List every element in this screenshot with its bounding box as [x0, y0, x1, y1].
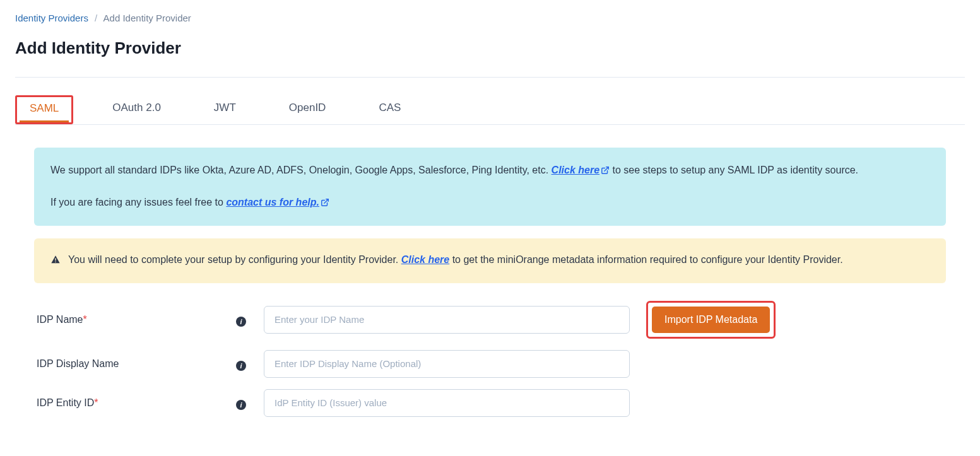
tab-openid[interactable]: OpenID [275, 95, 340, 124]
warning-link-click-here[interactable]: Click here [401, 254, 449, 265]
idp-entity-id-label: IDP Entity ID* [34, 397, 236, 409]
idp-name-label: IDP Name* [34, 314, 236, 325]
content-area: We support all standard IDPs like Okta, … [15, 125, 965, 417]
tab-saml-highlight: SAML [15, 95, 73, 124]
breadcrumb-separator: / [95, 13, 97, 23]
info-icon[interactable]: i [236, 361, 246, 371]
info-icon[interactable]: i [236, 400, 246, 410]
required-indicator: * [83, 314, 87, 325]
breadcrumb: Identity Providers / Add Identity Provid… [15, 13, 965, 23]
page-title: Add Identity Provider [15, 38, 965, 58]
info-link-click-here[interactable]: Click here [552, 165, 610, 175]
required-indicator: * [94, 397, 98, 408]
action-col: Import IDP Metadata [646, 301, 776, 339]
info-text-1-post: to see steps to setup any SAML IDP as id… [610, 165, 858, 175]
idp-display-name-label: IDP Display Name [34, 358, 236, 370]
info-icon[interactable]: i [236, 317, 246, 327]
breadcrumb-current: Add Identity Provider [103, 13, 191, 23]
idp-display-name-input[interactable] [264, 350, 630, 378]
external-link-icon [321, 195, 329, 212]
warning-text-post: to get the miniOrange metadata informati… [449, 254, 842, 265]
info-link-contact-us[interactable]: contact us for help. [226, 197, 329, 208]
warning-icon [50, 251, 61, 270]
external-link-icon [601, 163, 610, 180]
form-row-idp-display-name: IDP Display Name i [34, 350, 946, 378]
import-btn-highlight: Import IDP Metadata [646, 301, 776, 339]
tab-oauth[interactable]: OAuth 2.0 [98, 95, 175, 124]
info-icon-col: i [236, 313, 264, 327]
tabs-container: SAML OAuth 2.0 JWT OpenID CAS [15, 78, 965, 125]
svg-rect-2 [55, 259, 56, 261]
info-text-1-pre: We support all standard IDPs like Okta, … [50, 165, 552, 175]
warning-text-pre: You will need to complete your setup by … [68, 254, 401, 265]
tab-cas[interactable]: CAS [365, 95, 415, 124]
info-box: We support all standard IDPs like Okta, … [34, 148, 946, 226]
idp-entity-id-input[interactable] [264, 389, 630, 417]
info-icon-col: i [236, 396, 264, 410]
info-icon-col: i [236, 357, 264, 371]
tab-saml[interactable]: SAML [17, 97, 71, 122]
tab-jwt[interactable]: JWT [200, 95, 250, 124]
idp-name-input[interactable] [264, 306, 630, 334]
svg-rect-3 [55, 262, 56, 262]
info-text-2-pre: If you are facing any issues feel free t… [50, 197, 226, 208]
form-row-idp-entity-id: IDP Entity ID* i [34, 389, 946, 417]
svg-line-1 [324, 199, 328, 203]
import-idp-metadata-button[interactable]: Import IDP Metadata [652, 307, 770, 333]
warning-box: You will need to complete your setup by … [34, 238, 946, 283]
breadcrumb-root-link[interactable]: Identity Providers [15, 13, 88, 23]
svg-line-0 [605, 167, 608, 171]
form-row-idp-name: IDP Name* i Import IDP Metadata [34, 301, 946, 339]
